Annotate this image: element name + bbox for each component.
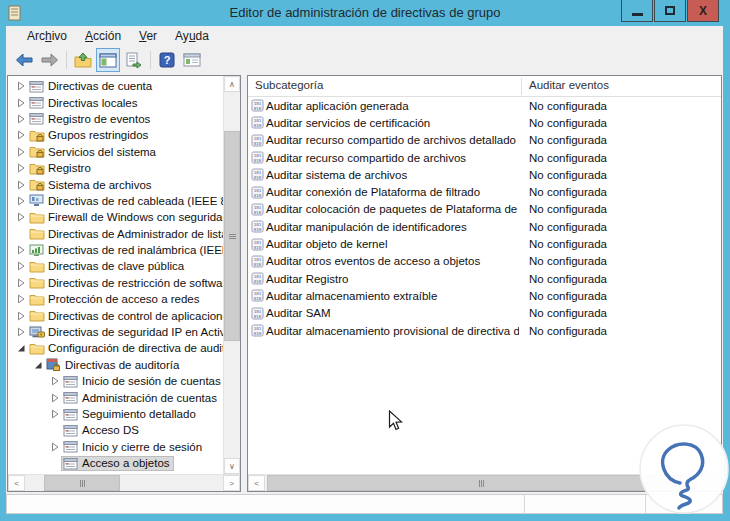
expander-collapsed-icon[interactable] [48, 408, 61, 420]
list-row[interactable]: 101010Auditar almacenamiento provisional… [248, 322, 721, 339]
tree-item-content[interactable]: Directivas de control de aplicaciones [27, 308, 223, 323]
tree-item-content[interactable]: Directivas locales [27, 95, 141, 110]
list-row[interactable]: 101010Auditar conexión de Plataforma de … [248, 183, 721, 200]
tree-item[interactable]: Directivas de auditoría [8, 357, 223, 373]
minimize-button[interactable] [621, 0, 653, 22]
horizontal-scroll-thumb[interactable] [267, 475, 695, 491]
list-row[interactable]: 101010Auditar aplicación generadaNo conf… [248, 97, 721, 114]
tree-item[interactable]: Directivas de restricción de software [8, 275, 223, 291]
tree-item[interactable]: Directivas de red cableada (IEEE 802. [8, 193, 223, 209]
maximize-button[interactable] [654, 0, 686, 22]
list-row[interactable]: 101010Auditar recurso compartido de arch… [248, 132, 721, 149]
horizontal-scroll-thumb[interactable] [44, 475, 120, 491]
scroll-right-button[interactable]: > [223, 475, 240, 491]
list-row[interactable]: 101010Auditar recurso compartido de arch… [248, 149, 721, 166]
tree-item[interactable]: Protección de acceso a redes [8, 291, 223, 307]
vertical-scroll-thumb[interactable] [224, 131, 240, 341]
tree-item[interactable]: Directivas locales [8, 94, 223, 110]
tree-item-content[interactable]: Protección de acceso a redes [27, 292, 204, 307]
tree-item[interactable]: Directivas de clave pública [8, 258, 223, 274]
tree-item-content[interactable]: Grupos restringidos [27, 128, 152, 143]
tree-item-content[interactable]: Registro [27, 161, 95, 176]
tree-item[interactable]: Registro [8, 160, 223, 176]
title-bar[interactable]: Editor de administración de directivas d… [0, 0, 730, 26]
expander-collapsed-icon[interactable] [14, 80, 27, 92]
expander-collapsed-icon[interactable] [14, 293, 27, 305]
tree-item-content[interactable]: Directivas de red cableada (IEEE 802. [27, 193, 223, 208]
expander-collapsed-icon[interactable] [14, 310, 27, 322]
tree-item[interactable]: Sistema de archivos [8, 176, 223, 192]
tree-item[interactable]: Directivas de seguridad IP en Active [8, 324, 223, 340]
tree-item-content[interactable]: Directivas de seguridad IP en Active [27, 325, 223, 340]
expander-collapsed-icon[interactable] [14, 260, 27, 272]
list-row[interactable]: 101010Auditar manipulación de identifica… [248, 218, 721, 235]
tree-item-selected[interactable]: Acceso a objetos [61, 456, 174, 471]
tree-item-content[interactable]: Registro de eventos [27, 111, 154, 126]
expander-collapsed-icon[interactable] [14, 277, 27, 289]
tree-item[interactable]: Directivas de control de aplicaciones [8, 307, 223, 323]
expander-collapsed-icon[interactable] [14, 211, 27, 223]
tree-item-content[interactable]: Directivas de restricción de software [27, 275, 223, 290]
tree-item-content[interactable]: Inicio y cierre de sesión [61, 439, 206, 454]
tree-item-content[interactable]: Seguimiento detallado [61, 407, 200, 422]
tree-item-content[interactable]: Sistema de archivos [27, 177, 156, 192]
console-window-button[interactable] [180, 48, 204, 72]
list-row[interactable]: 101010Auditar RegistroNo configurada [248, 270, 721, 287]
list-row[interactable]: 101010Auditar servicios de certificación… [248, 114, 721, 131]
menu-archivo[interactable]: Archivo [18, 26, 76, 46]
tree-item[interactable]: Seguimiento detallado [8, 406, 223, 422]
column-divider[interactable] [521, 78, 522, 95]
tree-item-content[interactable]: Inicio de sesión de cuentas [61, 374, 223, 389]
expander-expanded-icon[interactable] [14, 342, 27, 354]
tree-item-content[interactable]: Firewall de Windows con seguridad [27, 210, 223, 225]
expander-expanded-icon[interactable] [31, 359, 44, 371]
expander-collapsed-icon[interactable] [14, 113, 27, 125]
back-button[interactable] [12, 48, 36, 72]
expander-collapsed-icon[interactable] [48, 441, 61, 453]
menu-ayuda[interactable]: Ayuda [166, 26, 218, 46]
list-row[interactable]: 101010Auditar colocación de paquetes de … [248, 201, 721, 218]
tree-item-content[interactable]: Configuración de directiva de audito [27, 341, 223, 356]
scroll-up-button[interactable]: ∧ [224, 76, 240, 92]
forward-button[interactable] [37, 48, 61, 72]
tree-item[interactable]: Inicio y cierre de sesión [8, 439, 223, 455]
tree-item-content[interactable]: Directivas de auditoría [44, 357, 183, 372]
tree-horizontal-scrollbar[interactable]: < > [8, 474, 240, 491]
expander-collapsed-icon[interactable] [14, 244, 27, 256]
tree-item-content[interactable]: Directivas de clave pública [27, 259, 188, 274]
tree-item-content[interactable]: Directivas de cuenta [27, 79, 156, 94]
tree-item-content[interactable]: Directivas de red inalámbrica (IEEE 8 [27, 243, 223, 258]
expander-collapsed-icon[interactable] [14, 97, 27, 109]
scroll-left-button[interactable]: < [8, 475, 25, 491]
tree-item[interactable]: Firewall de Windows con seguridad [8, 209, 223, 225]
tree-item[interactable]: Administración de cuentas [8, 389, 223, 405]
tree-item[interactable]: Configuración de directiva de audito [8, 340, 223, 356]
tree-item[interactable]: Grupos restringidos [8, 127, 223, 143]
tree-item[interactable]: Acceso DS [8, 422, 223, 438]
tree-item[interactable]: Directivas de cuenta [8, 78, 223, 94]
export-list-button[interactable] [121, 48, 145, 72]
expander-collapsed-icon[interactable] [48, 392, 61, 404]
list-row[interactable]: 101010Auditar SAMNo configurada [248, 305, 721, 322]
menu-ver[interactable]: Ver [130, 26, 166, 46]
list-row[interactable]: 101010Auditar sistema de archivosNo conf… [248, 166, 721, 183]
tree-item[interactable]: Servicios del sistema [8, 144, 223, 160]
up-one-level-button[interactable] [71, 48, 95, 72]
list-row[interactable]: 101010Auditar objeto de kernelNo configu… [248, 235, 721, 252]
tree-item[interactable]: Acceso a objetos [8, 455, 223, 471]
expander-collapsed-icon[interactable] [14, 179, 27, 191]
scroll-left-button[interactable]: < [248, 475, 265, 491]
expander-collapsed-icon[interactable] [14, 129, 27, 141]
tree-vertical-scrollbar[interactable]: ∧ ∨ [223, 76, 240, 474]
expander-collapsed-icon[interactable] [14, 162, 27, 174]
tree-item-content[interactable]: Servicios del sistema [27, 144, 160, 159]
menu-accion[interactable]: Acción [76, 26, 130, 46]
expander-collapsed-icon[interactable] [48, 375, 61, 387]
close-button[interactable]: X [687, 0, 719, 22]
tree-item[interactable]: Registro de eventos [8, 111, 223, 127]
column-header-auditar-eventos[interactable]: Auditar eventos [529, 79, 609, 91]
list-row[interactable]: 101010Auditar almacenamiento extraíbleNo… [248, 287, 721, 304]
expander-collapsed-icon[interactable] [14, 146, 27, 158]
list-row[interactable]: 101010Auditar otros eventos de acceso a … [248, 253, 721, 270]
tree-item[interactable]: Inicio de sesión de cuentas [8, 373, 223, 389]
